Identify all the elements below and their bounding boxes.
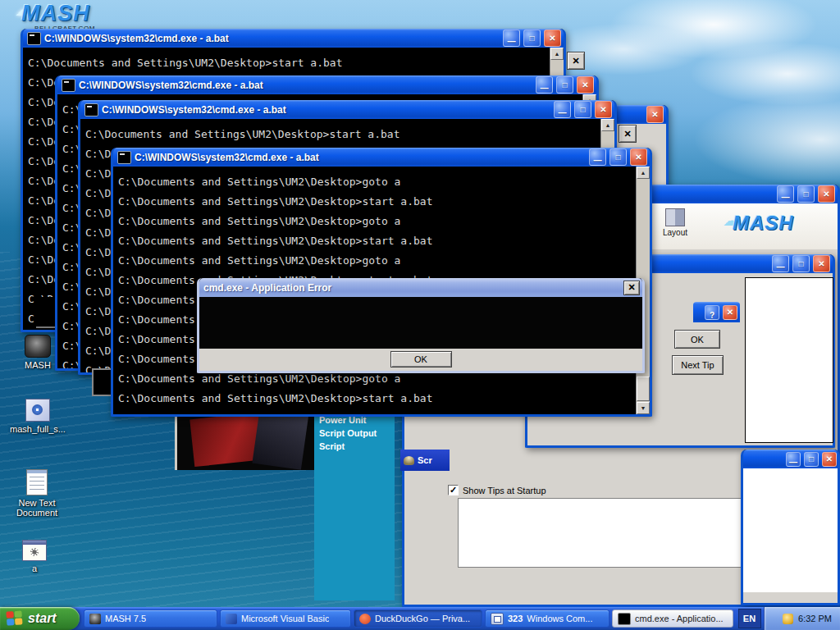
mash-toolbar-logo: ☁ MASH	[733, 212, 794, 235]
scroll-thumb[interactable]	[637, 377, 650, 401]
bottom-right-window[interactable]: — □ ✕	[741, 450, 840, 605]
script-window-titlebar[interactable]: Scr	[400, 450, 450, 471]
minimize-button[interactable]: —	[554, 101, 571, 118]
cmd-titlebar[interactable]: C:\WINDOWS\system32\cmd.exe - a.bat — □ …	[80, 100, 614, 119]
cmd-titlebar[interactable]: C:\WINDOWS\system32\cmd.exe - a.bat — □ …	[113, 148, 650, 167]
visual-basic-icon	[226, 614, 237, 624]
layout-icon	[665, 208, 685, 226]
text-document-icon	[26, 469, 48, 495]
cmd-titlebar[interactable]: C:\WINDOWS\system32\cmd.exe - a.bat — □ …	[57, 75, 596, 94]
close-button[interactable]: ✕	[818, 185, 835, 203]
wallpaper-mash-logo: ☁ MASH BELLCRAFT.COM	[21, 1, 95, 32]
close-button[interactable]: ✕	[544, 30, 561, 47]
script-list-item[interactable]: Script Output	[319, 427, 395, 440]
scroll-up-button[interactable]: ▲	[550, 48, 564, 60]
cmd-title: C:\WINDOWS\system32\cmd.exe - a.bat	[44, 33, 500, 44]
close-button[interactable]: ✕	[822, 452, 837, 467]
error-dialog-body	[199, 297, 642, 349]
tip-ok-button[interactable]: OK	[674, 330, 720, 349]
window-group-icon	[491, 613, 504, 625]
maximize-button[interactable]: □	[609, 148, 627, 166]
minimize-button[interactable]: —	[536, 76, 553, 94]
cmd-icon	[117, 151, 131, 164]
clock: 6:32 PM	[798, 614, 832, 623]
help-button[interactable]: ?	[705, 305, 719, 320]
layout-toolbar-button[interactable]: Layout	[655, 208, 696, 246]
minimize-button[interactable]: —	[589, 148, 606, 166]
taskbar-button-error-dialog[interactable]: cmd.exe - Applicatio...	[612, 609, 733, 628]
close-button[interactable]: ✕	[646, 106, 664, 123]
error-ok-button[interactable]: OK	[390, 351, 452, 368]
mash-app-icon	[89, 614, 101, 624]
minimize-button[interactable]: —	[503, 30, 520, 47]
close-button[interactable]: ✕	[630, 148, 647, 166]
show-tips-label: Show Tips at Startup	[463, 486, 546, 495]
tip-content-panel	[458, 498, 745, 568]
taskbar-button-duckduckgo[interactable]: DuckDuckGo — Priva...	[354, 609, 482, 628]
script-list-item[interactable]: Script	[319, 440, 395, 453]
desktop-icon-label: New Text Document	[2, 498, 72, 518]
error-dialog-titlebar[interactable]: cmd.exe - Application Error ✕	[199, 278, 642, 297]
maximize-button[interactable]: □	[792, 255, 810, 272]
tray-icon[interactable]	[783, 614, 793, 624]
close-icon[interactable]: ✕	[619, 125, 637, 143]
taskbar-button-cmd-group[interactable]: 323 Windows Com...	[485, 609, 609, 628]
minimize-button[interactable]: —	[777, 185, 794, 203]
script-list-panel: Power Unit Script Output Script	[314, 412, 395, 600]
tip-dialog-titlebar[interactable]: ? ✕	[693, 302, 740, 322]
desktop-icon-label: mash_full_s...	[7, 424, 69, 434]
taskbar: start MASH 7.5 Microsoft Visual Basic Du…	[0, 607, 840, 630]
scroll-up-button[interactable]: ▲	[637, 167, 650, 179]
taskbar-button-mash[interactable]: MASH 7.5	[84, 609, 217, 628]
maximize-button[interactable]: □	[556, 76, 573, 94]
window-statusbar	[743, 592, 838, 603]
start-button[interactable]: start	[0, 607, 80, 630]
show-tips-checkbox[interactable]: ✓	[448, 485, 459, 495]
maximize-button[interactable]: □	[804, 452, 819, 467]
cmd-icon	[618, 613, 631, 625]
cmd-icon	[62, 79, 75, 92]
application-error-dialog[interactable]: cmd.exe - Application Error ✕ OK	[197, 278, 645, 373]
pinball-image	[175, 408, 318, 470]
window-body	[743, 468, 838, 592]
error-dialog-title: cmd.exe - Application Error	[203, 282, 620, 294]
cmd-icon	[27, 32, 41, 45]
desktop-icon-mash-installer[interactable]: mash_full_s...	[7, 399, 69, 434]
close-button[interactable]: ✕	[723, 305, 737, 320]
minimize-button[interactable]: —	[772, 255, 789, 272]
maximize-button[interactable]: □	[523, 30, 541, 47]
window-titlebar[interactable]: — □ ✕	[743, 450, 838, 468]
taskbar-button-visual-basic[interactable]: Microsoft Visual Basic	[220, 609, 351, 628]
maximize-button[interactable]: □	[574, 101, 591, 118]
cmd-title: C:\WINDOWS\system32\cmd.exe - a.bat	[102, 104, 550, 116]
close-button[interactable]: ✕	[577, 76, 594, 94]
desktop-icon-new-text-document[interactable]: New Text Document	[2, 469, 72, 518]
close-button[interactable]: ✕	[595, 101, 612, 118]
desktop: ☁ MASH BELLCRAFT.COM MASH mash_full_s...…	[0, 0, 840, 630]
start-label: start	[28, 611, 57, 626]
scroll-down-button[interactable]: ▼	[637, 402, 650, 414]
mash-logo-text: MASH	[733, 212, 794, 234]
desktop-icon-label: a	[3, 564, 66, 573]
show-tips-checkbox-row[interactable]: ✓ Show Tips at Startup	[448, 485, 546, 495]
windows-flag-icon	[6, 610, 23, 626]
scroll-up-button[interactable]: ▲	[601, 119, 614, 131]
close-button[interactable]: ✕	[813, 255, 830, 272]
cmd-icon	[84, 103, 98, 116]
preview-panel	[745, 277, 833, 443]
cmd-titlebar[interactable]: C:\WINDOWS\system32\cmd.exe - a.bat — □ …	[23, 29, 564, 48]
close-icon[interactable]: ✕	[623, 281, 640, 295]
system-tray: 6:32 PM	[764, 607, 840, 630]
mash-app-icon	[25, 335, 51, 358]
minimize-button[interactable]: —	[786, 452, 801, 467]
maximize-button[interactable]: □	[797, 185, 815, 203]
close-icon[interactable]: ✕	[567, 52, 585, 70]
language-indicator[interactable]: EN	[738, 609, 761, 628]
layout-label: Layout	[663, 228, 687, 237]
desktop-icon-a-bat[interactable]: a	[3, 540, 66, 573]
checkmark-icon: ✓	[450, 485, 457, 495]
wallpaper-logo-text: MASH	[21, 1, 95, 26]
hat-icon	[404, 456, 414, 465]
tip-next-tip-button[interactable]: Next Tip	[672, 355, 724, 375]
cmd-title: C:\WINDOWS\system32\cmd.exe - a.bat	[79, 80, 532, 91]
